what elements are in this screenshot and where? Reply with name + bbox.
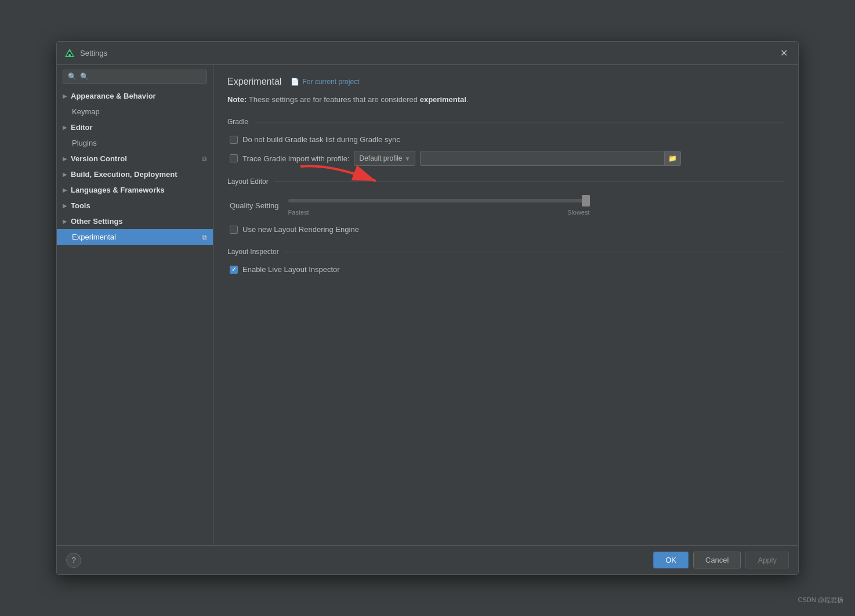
slider-track[interactable] xyxy=(288,195,590,206)
note-body: These settings are for features that are… xyxy=(249,95,420,104)
dialog-title: Settings xyxy=(80,49,107,57)
svg-point-2 xyxy=(68,54,71,56)
search-box[interactable]: 🔍 xyxy=(63,70,207,84)
chevron-icon: ▶ xyxy=(63,202,67,209)
quality-row: Quality Setting Fastest Slowest xyxy=(227,195,784,216)
project-icon: 📄 xyxy=(291,78,299,86)
gradle-option1-checkbox[interactable] xyxy=(230,136,238,144)
search-icon: 🔍 xyxy=(68,73,77,81)
folder-path-input[interactable]: 📁 xyxy=(420,151,681,166)
main-content: Experimental 📄 For current project Note:… xyxy=(213,65,798,545)
note-text: Note: These settings are for features th… xyxy=(227,95,784,104)
layout-inspector-label: Layout Inspector xyxy=(227,248,279,256)
dialog-footer: ? OK Cancel Apply xyxy=(57,545,798,574)
live-inspector-label: Enable Live Layout Inspector xyxy=(242,265,340,274)
slider-left-label: Fastest xyxy=(288,209,309,216)
page-title: Experimental xyxy=(227,77,281,87)
sidebar-item-other-settings[interactable]: ▶ Other Settings xyxy=(57,213,213,229)
footer-buttons: OK Cancel Apply xyxy=(653,552,789,568)
chevron-icon: ▶ xyxy=(63,171,67,177)
sidebar-item-build-execution[interactable]: ▶ Build, Execution, Deployment xyxy=(57,166,213,182)
gradle-option1-label: Do not build Gradle task list during Gra… xyxy=(242,135,400,144)
slider-right-label: Slowest xyxy=(567,209,590,216)
layout-inspector-section-header: Layout Inspector xyxy=(227,248,784,256)
new-engine-checkbox[interactable] xyxy=(230,226,238,234)
section-line xyxy=(274,182,784,182)
sidebar-item-experimental[interactable]: Experimental ⧉ xyxy=(57,229,213,245)
ok-button[interactable]: OK xyxy=(653,552,689,568)
dialog-body: 🔍 ▶ Appearance & Behavior Keymap ▶ Edito… xyxy=(57,65,798,545)
chevron-icon: ▶ xyxy=(63,155,67,162)
sidebar-item-label: Other Settings xyxy=(71,217,207,226)
slider-thumb[interactable] xyxy=(582,195,590,206)
live-inspector-row: Enable Live Layout Inspector xyxy=(227,265,784,274)
nav-items: ▶ Appearance & Behavior Keymap ▶ Editor … xyxy=(57,88,213,545)
note-suffix: . xyxy=(466,95,469,104)
app-icon xyxy=(64,48,75,59)
sidebar-item-label: Build, Execution, Deployment xyxy=(71,170,207,179)
apply-button[interactable]: Apply xyxy=(745,552,789,568)
title-bar-left: Settings xyxy=(64,48,107,59)
layout-editor-section-header: Layout Editor xyxy=(227,177,784,186)
sidebar-item-label: Experimental xyxy=(72,233,202,241)
slider-labels: Fastest Slowest xyxy=(288,209,590,216)
chevron-down-icon: ▼ xyxy=(405,155,411,162)
help-button[interactable]: ? xyxy=(66,553,81,568)
live-inspector-checkbox[interactable] xyxy=(230,266,238,274)
slider-background xyxy=(288,199,590,202)
folder-icon: 📁 xyxy=(668,154,677,162)
sidebar-item-keymap[interactable]: Keymap xyxy=(57,104,213,119)
quality-label: Quality Setting xyxy=(230,201,279,210)
title-bar: Settings ✕ xyxy=(57,42,798,65)
for-project-label: For current project xyxy=(302,78,359,86)
chevron-icon: ▶ xyxy=(63,124,67,131)
sidebar-item-label: Tools xyxy=(71,201,207,210)
page-header: Experimental 📄 For current project xyxy=(227,77,784,87)
copy-icon: ⧉ xyxy=(202,233,207,241)
sidebar-item-label: Editor xyxy=(71,123,207,132)
chevron-icon: ▶ xyxy=(63,187,67,193)
new-engine-row: Use new Layout Rendering Engine xyxy=(227,225,784,234)
sidebar-item-label: Plugins xyxy=(72,139,207,147)
chevron-icon: ▶ xyxy=(63,218,67,224)
sidebar-item-editor[interactable]: ▶ Editor xyxy=(57,119,213,135)
note-prefix: Note: xyxy=(227,95,249,104)
gradle-option1-row: Do not build Gradle task list during Gra… xyxy=(227,135,784,144)
layout-editor-label: Layout Editor xyxy=(227,177,269,186)
trace-label: Trace Gradle import with profile: xyxy=(242,154,349,163)
gradle-section-header: Gradle xyxy=(227,118,784,126)
sidebar-item-label: Version Control xyxy=(71,154,202,163)
settings-dialog: Settings ✕ 🔍 ▶ Appearance & Behavior Key… xyxy=(56,41,799,575)
gradle-label: Gradle xyxy=(227,118,248,126)
trace-row: Trace Gradle import with profile: Defaul… xyxy=(227,151,784,166)
copy-icon: ⧉ xyxy=(202,155,207,163)
for-project-link[interactable]: 📄 For current project xyxy=(291,78,359,86)
trace-profile-dropdown[interactable]: Default profile ▼ xyxy=(354,151,415,166)
sidebar-item-appearance[interactable]: ▶ Appearance & Behavior xyxy=(57,88,213,104)
section-line xyxy=(285,252,784,252)
new-engine-label: Use new Layout Rendering Engine xyxy=(242,225,359,234)
folder-browse-button[interactable]: 📁 xyxy=(664,151,680,165)
sidebar-item-label: Languages & Frameworks xyxy=(71,186,207,194)
sidebar-item-version-control[interactable]: ▶ Version Control ⧉ xyxy=(57,151,213,166)
sidebar-item-languages[interactable]: ▶ Languages & Frameworks xyxy=(57,182,213,198)
sidebar-item-tools[interactable]: ▶ Tools xyxy=(57,198,213,213)
sidebar-item-label: Keymap xyxy=(72,107,207,116)
search-input[interactable] xyxy=(80,73,202,81)
trace-checkbox[interactable] xyxy=(230,154,238,162)
trace-profile-value: Default profile xyxy=(359,154,402,162)
cancel-button[interactable]: Cancel xyxy=(693,552,741,568)
section-line xyxy=(254,122,784,122)
quality-slider-container: Fastest Slowest xyxy=(288,195,590,216)
note-bold: experimental xyxy=(420,95,466,104)
sidebar: 🔍 ▶ Appearance & Behavior Keymap ▶ Edito… xyxy=(57,65,213,545)
sidebar-item-label: Appearance & Behavior xyxy=(71,92,207,100)
chevron-icon: ▶ xyxy=(63,93,67,99)
close-button[interactable]: ✕ xyxy=(777,46,791,60)
sidebar-item-plugins[interactable]: Plugins xyxy=(57,135,213,151)
watermark: CSDN @程思扬 xyxy=(798,596,843,604)
